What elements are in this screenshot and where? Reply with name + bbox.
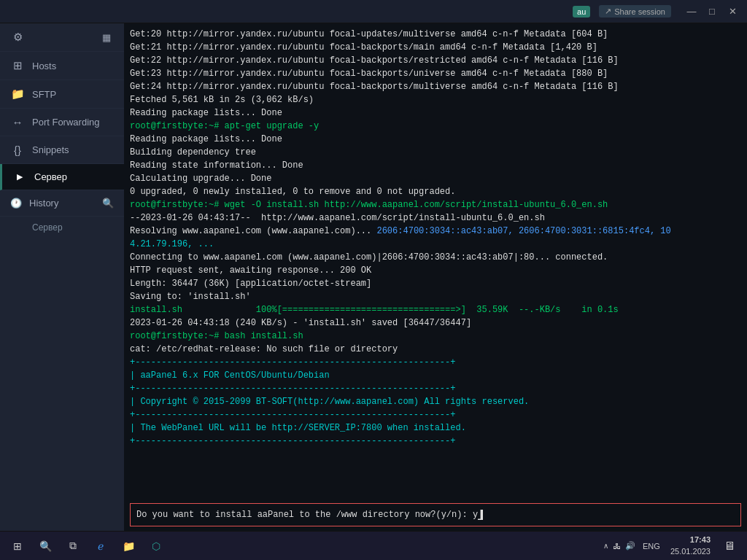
history-label: History: [29, 198, 58, 209]
terminal-line: +---------------------------------------…: [130, 408, 741, 421]
terminal-line: Fetched 5,561 kB in 2s (3,062 kB/s): [130, 93, 741, 106]
terminal-line: Connecting to www.aapanel.com (www.aapan…: [130, 251, 741, 264]
terminal-line: root@firstbyte:~# wget -O install.sh htt…: [130, 198, 741, 211]
terminal-input-box[interactable]: Do you want to install aaPanel to the /w…: [130, 503, 741, 526]
terminal-line: | aaPanel 6.x FOR CentOS/Ubuntu/Debian: [130, 369, 741, 382]
edge-button[interactable]: ℯ: [89, 534, 112, 558]
terminal-line: | Copyright © 2015-2099 BT-SOFT(http://w…: [130, 395, 741, 408]
minimize-button[interactable]: —: [683, 4, 700, 19]
app-button[interactable]: ⬡: [144, 534, 168, 558]
sidebar-item-snippets[interactable]: {} Snippets: [0, 136, 124, 164]
tray-chevron[interactable]: ∧: [603, 542, 608, 550]
search-button[interactable]: 🔍: [34, 534, 57, 558]
terminal-line: +---------------------------------------…: [130, 382, 741, 395]
files-button[interactable]: 📁: [117, 534, 140, 558]
terminal-line: Reading package lists... Done: [130, 106, 741, 120]
titlebar: au ↗ Share session — □ ✕: [0, 0, 747, 23]
show-desktop-button[interactable]: 🖥: [718, 534, 741, 558]
hosts-label: Hosts: [32, 61, 56, 71]
terminal-line: +---------------------------------------…: [130, 356, 741, 369]
clock-time: 17:43: [670, 534, 711, 545]
history-server-label: Сервер: [32, 222, 63, 233]
terminal-line: Calculating upgrade... Done: [130, 172, 741, 185]
taskbar: ⊞ 🔍 ⧉ ℯ 📁 ⬡ ∧ 🖧 🔊 ENG 17:43 25.01.2023 🖥: [0, 531, 747, 560]
sidebar-item-settings[interactable]: ⚙ ▦: [0, 23, 124, 52]
terminal-line: | The WebPanel URL will be http://SERVER…: [130, 421, 741, 435]
terminal-input-area: Do you want to install aaPanel to the /w…: [124, 499, 747, 531]
clock-date: 25.01.2023: [670, 546, 711, 557]
terminal-line: install.sh 100%[========================…: [130, 303, 741, 316]
terminal-output[interactable]: Get:20 http://mirror.yandex.ru/ubuntu fo…: [124, 23, 747, 499]
terminal-line: --2023-01-26 04:43:17-- http://www.aapan…: [130, 211, 741, 225]
network-icon[interactable]: 🖧: [613, 542, 621, 551]
terminal-line: Get:23 http://mirror.yandex.ru/ubuntu fo…: [130, 67, 741, 80]
main-area: ⚙ ▦ ⊞ Hosts 📁 SFTP ↔ Port Forwarding {} …: [0, 23, 747, 531]
snippets-icon: {}: [10, 144, 25, 156]
snippets-label: Snippets: [32, 144, 69, 155]
sidebar-item-sftp[interactable]: 📁 SFTP: [0, 80, 124, 109]
terminal-line: Get:24 http://mirror.yandex.ru/ubuntu fo…: [130, 80, 741, 93]
sftp-icon: 📁: [10, 88, 25, 101]
server-active-icon: ▶: [12, 172, 27, 182]
terminal-line: 4.21.79.196, ...: [130, 238, 741, 251]
terminal-line: cat: /etc/redhat-release: No such file o…: [130, 343, 741, 356]
terminal-line: Reading package lists... Done: [130, 133, 741, 146]
terminal-line: Get:22 http://mirror.yandex.ru/ubuntu fo…: [130, 54, 741, 67]
terminal-line: Length: 36447 (36K) [application/octet-s…: [130, 277, 741, 290]
terminal-line: root@firstbyte:~# bash install.sh: [130, 330, 741, 343]
terminal-input-text: Do you want to install aaPanel to the /w…: [136, 510, 478, 520]
terminal-line: Get:20 http://mirror.yandex.ru/ubuntu fo…: [130, 28, 741, 41]
sidebar-item-port-forwarding[interactable]: ↔ Port Forwarding: [0, 109, 124, 136]
maximize-button[interactable]: □: [703, 4, 721, 19]
share-icon: ↗: [605, 7, 611, 16]
taskbar-right: ∧ 🖧 🔊 ENG 17:43 25.01.2023 🖥: [603, 534, 741, 558]
history-search-icon[interactable]: 🔍: [102, 198, 114, 209]
terminal-line: 0 upgraded, 0 newly installed, 0 to remo…: [130, 185, 741, 198]
server-label: Сервер: [34, 171, 67, 182]
terminal-line: root@firstbyte:~# apt-get upgrade -y: [130, 120, 741, 133]
terminal-icon: ▦: [99, 32, 114, 43]
history-server-item[interactable]: Сервер: [0, 217, 124, 238]
lang-indicator[interactable]: ENG: [640, 534, 663, 558]
terminal-line: Building dependency tree: [130, 146, 741, 159]
task-view-button[interactable]: ⧉: [61, 534, 85, 558]
terminal-line: 2023-01-26 04:43:18 (240 KB/s) - 'instal…: [130, 316, 741, 330]
taskbar-clock[interactable]: 17:43 25.01.2023: [670, 534, 711, 557]
start-button[interactable]: ⊞: [6, 534, 29, 558]
taskbar-left: ⊞ 🔍 ⧉ ℯ 📁 ⬡: [6, 534, 168, 558]
share-session-button[interactable]: ↗ Share session: [599, 5, 671, 18]
close-button[interactable]: ✕: [724, 4, 741, 19]
history-icon: 🕐: [10, 198, 22, 209]
terminal-line: HTTP request sent, awaiting response... …: [130, 264, 741, 277]
terminal-line: +---------------------------------------…: [130, 435, 741, 448]
sftp-label: SFTP: [32, 89, 56, 100]
terminal-line: Get:21 http://mirror.yandex.ru/ubuntu fo…: [130, 41, 741, 54]
sidebar: ⚙ ▦ ⊞ Hosts 📁 SFTP ↔ Port Forwarding {} …: [0, 23, 124, 531]
port-forwarding-icon: ↔: [10, 116, 25, 128]
volume-icon[interactable]: 🔊: [625, 541, 635, 551]
system-tray: ∧ 🖧 🔊 ENG: [603, 534, 663, 558]
terminal-area: Get:20 http://mirror.yandex.ru/ubuntu fo…: [124, 23, 747, 531]
hosts-icon: ⊞: [10, 59, 25, 72]
terminal-line: Saving to: 'install.sh': [130, 290, 741, 303]
terminal-line: Reading state information... Done: [130, 159, 741, 172]
sidebar-item-hosts[interactable]: ⊞ Hosts: [0, 52, 124, 80]
terminal-line: Resolving www.aapanel.com (www.aapanel.c…: [130, 225, 741, 238]
user-badge: au: [573, 6, 590, 18]
port-forwarding-label: Port Forwarding: [32, 117, 99, 128]
settings-icon: ⚙: [10, 31, 25, 44]
sidebar-item-history[interactable]: 🕐 History 🔍: [0, 190, 124, 217]
sidebar-item-server[interactable]: ▶ Сервер: [0, 164, 124, 190]
